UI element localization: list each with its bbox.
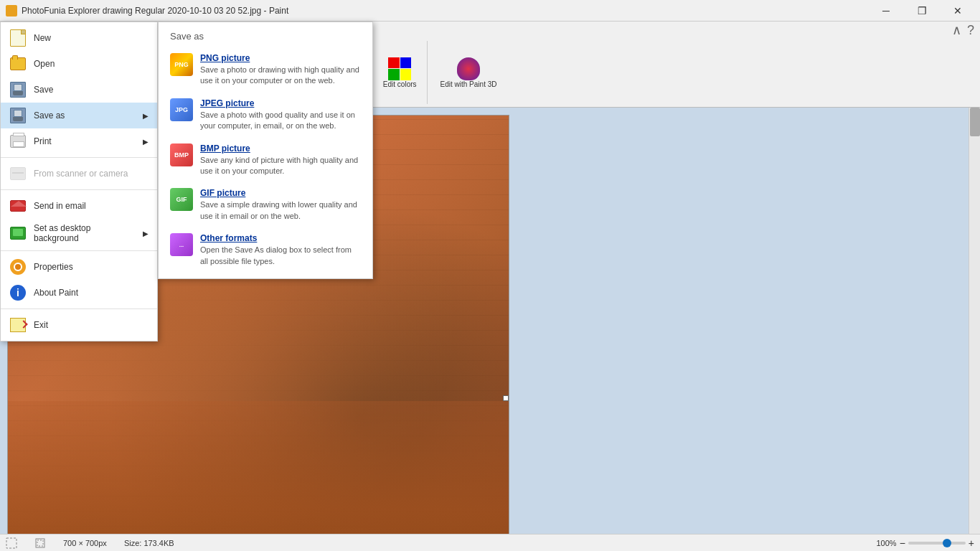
zoom-out-button[interactable]: − (900, 537, 905, 549)
zoom-in-button[interactable]: + (969, 537, 974, 549)
paint3d-icon (457, 57, 480, 80)
about-label: About Paint (34, 288, 78, 298)
print-icon (9, 133, 27, 150)
svg-rect-2 (37, 540, 43, 546)
other-name: Other formats (200, 233, 361, 243)
open-label: Open (34, 59, 55, 69)
size-label: Size: 173.4KB (124, 539, 174, 547)
email-label: Send in email (34, 201, 86, 211)
gif-text-block: GIF picture Save a simple drawing with l… (200, 188, 361, 222)
dimensions-label: 700 × 700px (63, 539, 107, 547)
bmp-text-block: BMP picture Save any kind of picture wit… (200, 143, 361, 177)
new-icon (9, 29, 27, 47)
edit-colors-group: Edit colors (373, 41, 428, 104)
print-arrow-icon: ▶ (143, 138, 149, 146)
menu-item-desktop[interactable]: Set as desktop background ▶ (1, 219, 157, 248)
edit-colors-button[interactable]: Edit colors (379, 55, 421, 91)
scrollbar-thumb-vertical[interactable] (970, 108, 980, 136)
saveas-submenu-title: Save as (164, 28, 367, 47)
minimize-button[interactable]: ─ (870, 0, 903, 22)
hands-area (8, 401, 509, 534)
canvas-background (517, 115, 969, 534)
status-selection-icon (6, 537, 17, 549)
menu-item-about[interactable]: i About Paint (1, 280, 157, 306)
separator-2 (1, 189, 157, 190)
zoom-controls: 100% − + (876, 537, 974, 549)
saveas-item-png[interactable]: PNG PNG picture Save a photo or drawing … (164, 47, 367, 93)
saveas-submenu: Save as PNG PNG picture Save a photo or … (158, 22, 373, 279)
paint3d-group: Edit with Paint 3D (430, 41, 507, 104)
desktop-arrow-icon: ▶ (143, 230, 149, 237)
status-crop-icon (34, 537, 46, 549)
status-dimensions: 700 × 700px (63, 539, 107, 547)
menu-item-save[interactable]: Save (1, 77, 157, 103)
ribbon-collapse-button[interactable]: ∧ (952, 22, 961, 38)
edit-colors-label: Edit colors (383, 80, 417, 88)
svg-rect-0 (6, 538, 17, 548)
bmp-icon: BMP (170, 143, 193, 166)
properties-label: Properties (34, 262, 73, 272)
menu-item-properties[interactable]: Properties (1, 254, 157, 280)
separator-3 (1, 250, 157, 251)
menu-item-print[interactable]: Print ▶ (1, 128, 157, 154)
separator-4 (1, 309, 157, 309)
menu-item-open[interactable]: Open (1, 51, 157, 77)
exit-label: Exit (34, 320, 48, 330)
gif-name: GIF picture (200, 188, 361, 198)
png-text-block: PNG picture Save a photo or drawing with… (200, 53, 361, 87)
jpeg-name: JPEG picture (200, 98, 361, 108)
desktop-label: Set as desktop background (34, 223, 136, 243)
window-controls: ─ ❐ ✕ (870, 0, 974, 22)
close-button[interactable]: ✕ (941, 0, 974, 22)
scanner-label: From scanner or camera (34, 169, 128, 179)
zoom-slider[interactable] (908, 542, 966, 545)
gif-icon: GIF (170, 188, 193, 211)
save-label: Save (34, 85, 53, 95)
saveas-item-gif[interactable]: GIF GIF picture Save a simple drawing wi… (164, 182, 367, 227)
exit-icon (9, 316, 27, 334)
other-desc: Open the Save As dialog box to select fr… (200, 245, 361, 267)
saveas-label: Save as (34, 110, 65, 121)
edit-colors-icon (388, 57, 411, 80)
jpeg-icon: JPG (170, 98, 193, 121)
title-bar-text: PhotoFunia Explorer drawing Regular 2020… (22, 6, 870, 16)
scrollbar-vertical[interactable] (969, 108, 980, 534)
save-icon (9, 81, 27, 98)
separator-1 (1, 157, 157, 158)
app-icon (6, 5, 17, 17)
bmp-name: BMP picture (200, 143, 361, 154)
desktop-icon (9, 225, 27, 242)
other-text-block: Other formats Open the Save As dialog bo… (200, 233, 361, 267)
saveas-item-other[interactable]: ... Other formats Open the Save As dialo… (164, 227, 367, 273)
gif-desc: Save a simple drawing with lower quality… (200, 199, 361, 222)
saveas-icon (9, 107, 27, 124)
title-bar: PhotoFunia Explorer drawing Regular 2020… (0, 0, 980, 22)
bmp-desc: Save any kind of picture with high quali… (200, 155, 361, 177)
restore-button[interactable]: ❐ (905, 0, 938, 22)
jpeg-text-block: JPEG picture Save a photo with good qual… (200, 98, 361, 132)
scanner-icon (9, 165, 27, 182)
png-name: PNG picture (200, 53, 361, 63)
status-size: Size: 173.4KB (124, 539, 174, 547)
saveas-item-jpeg[interactable]: JPG JPEG picture Save a photo with good … (164, 93, 367, 138)
menu-item-saveas[interactable]: Save as ▶ (1, 103, 157, 128)
menu-item-email[interactable]: Send in email (1, 193, 157, 219)
other-icon: ... (170, 233, 193, 256)
zoom-level: 100% (876, 539, 896, 547)
png-desc: Save a photo or drawing with high qualit… (200, 65, 361, 87)
resize-handle[interactable] (503, 395, 509, 401)
edit-paint3d-button[interactable]: Edit with Paint 3D (436, 55, 501, 91)
open-icon (9, 55, 27, 72)
file-menu: New Open Save Save as ▶ (0, 22, 158, 342)
about-icon: i (9, 284, 27, 301)
status-bar: 700 × 700px Size: 173.4KB 100% − + (0, 534, 980, 551)
menu-item-new[interactable]: New (1, 25, 157, 51)
edit-paint3d-label: Edit with Paint 3D (440, 80, 497, 88)
menu-item-exit[interactable]: Exit (1, 312, 157, 338)
saveas-item-bmp[interactable]: BMP BMP picture Save any kind of picture… (164, 138, 367, 183)
help-button[interactable]: ? (967, 23, 974, 38)
new-label: New (34, 33, 51, 43)
png-icon: PNG (170, 53, 193, 76)
saveas-arrow-icon: ▶ (143, 112, 149, 120)
menu-item-scanner: From scanner or camera (1, 161, 157, 187)
